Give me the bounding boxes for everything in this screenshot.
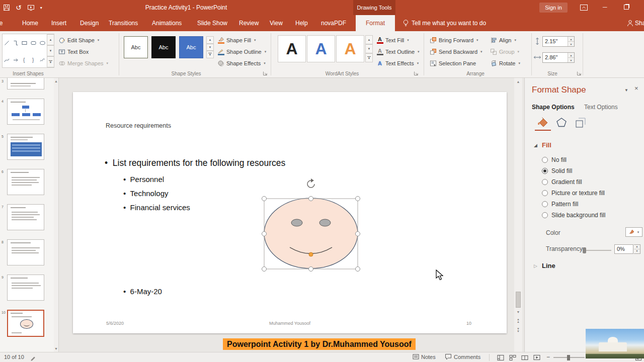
- transparency-slider-track[interactable]: [584, 250, 611, 251]
- minimize-icon[interactable]: ─: [603, 0, 607, 14]
- slide-bullet-sub[interactable]: • Personnel: [123, 175, 164, 184]
- fill-color-button[interactable]: ▾: [625, 227, 642, 237]
- gallery-more-icon[interactable]: ▼: [47, 56, 54, 67]
- tab-slide-show[interactable]: Slide Show: [191, 15, 233, 31]
- tab-file[interactable]: File: [0, 15, 9, 31]
- fill-option-no-fill[interactable]: No fill: [542, 156, 567, 163]
- slide-bullet-sub[interactable]: • Financial services: [123, 203, 190, 212]
- restore-icon[interactable]: [624, 5, 629, 10]
- qat-customize-icon[interactable]: ▾: [40, 6, 42, 10]
- pane-close-icon[interactable]: ×: [634, 84, 638, 92]
- styles-more-icon[interactable]: ▼: [206, 51, 214, 58]
- slide-bullet-main[interactable]: • List requirements for the following re…: [105, 158, 285, 168]
- selection-handle[interactable]: [356, 197, 360, 201]
- tell-me-box[interactable]: Tell me what you want to do: [406, 15, 492, 31]
- next-slide-button[interactable]: ▼▼: [514, 328, 522, 333]
- slide-indicator[interactable]: 10 of 10: [4, 354, 24, 360]
- transparency-value-input[interactable]: 0%: [614, 244, 633, 254]
- comments-button[interactable]: Comments: [445, 353, 480, 360]
- tab-review[interactable]: Review: [233, 15, 265, 31]
- reading-view-icon[interactable]: [521, 354, 528, 361]
- slide-footer-author[interactable]: Muhammed Yousoof: [255, 321, 325, 326]
- fill-option-slide-background-fill[interactable]: Slide background fill: [542, 212, 605, 219]
- selection-handle[interactable]: [356, 267, 360, 272]
- slide-thumbnail-selected[interactable]: [7, 310, 44, 337]
- styles-scroll-up-icon[interactable]: ▲: [206, 36, 214, 44]
- tab-home[interactable]: Home: [16, 15, 44, 31]
- save-icon[interactable]: [3, 4, 10, 11]
- shape-styles-dialog-launcher-icon[interactable]: [263, 71, 268, 76]
- slide-thumbnail[interactable]: [7, 78, 44, 89]
- slide-thumbnail[interactable]: [7, 134, 44, 160]
- stepper-down-icon[interactable]: ▼: [634, 249, 640, 253]
- previous-slide-button[interactable]: ▲▲: [514, 318, 522, 323]
- width-up-icon[interactable]: ▲: [568, 53, 574, 58]
- shape-height-input[interactable]: 2.15" ▲▼: [542, 36, 575, 47]
- start-slideshow-icon[interactable]: [27, 4, 35, 11]
- effects-icon[interactable]: [556, 117, 567, 128]
- scroll-up-icon[interactable]: ▲: [514, 80, 522, 83]
- slide-bullet-date[interactable]: • 6-May-20: [123, 287, 162, 296]
- wordart-preset-1[interactable]: A: [278, 35, 306, 62]
- elbow-connector-icon[interactable]: [13, 40, 19, 46]
- shape-style-preset-3[interactable]: Abc: [179, 36, 203, 58]
- styles-scroll-down-icon[interactable]: ▼: [206, 44, 214, 51]
- shape-effects-button[interactable]: Shape Effects ▾: [217, 59, 266, 68]
- rounded-rectangle-shape-icon[interactable]: [30, 40, 37, 46]
- curve-shape-icon[interactable]: [4, 57, 10, 63]
- line-shape-icon[interactable]: [4, 40, 10, 46]
- slide-footer-date[interactable]: 5/6/2020: [106, 321, 124, 326]
- slide-thumbnail[interactable]: [7, 169, 44, 195]
- slide-bullet-sub[interactable]: • Technology: [123, 189, 168, 198]
- slide-thumbnail[interactable]: [7, 239, 44, 265]
- merge-shapes-button[interactable]: Merge Shapes ▾: [58, 59, 108, 68]
- edit-shape-button[interactable]: Edit Shape ▾: [58, 36, 99, 45]
- tab-view[interactable]: View: [264, 15, 289, 31]
- zoom-slider-thumb[interactable]: [567, 355, 570, 360]
- wordart-scroll-down-icon[interactable]: ▼: [365, 44, 373, 53]
- tab-insert[interactable]: Insert: [45, 15, 72, 31]
- tab-format[interactable]: Format: [356, 15, 395, 31]
- tab-design[interactable]: Design: [74, 15, 105, 31]
- smiley-face[interactable]: [264, 198, 358, 268]
- smiley-shape-selected[interactable]: [254, 177, 365, 276]
- fill-option-gradient-fill[interactable]: Gradient fill: [542, 178, 582, 186]
- slide-sorter-view-icon[interactable]: [509, 354, 516, 361]
- share-button[interactable]: Share: [629, 15, 644, 31]
- normal-view-icon[interactable]: [497, 354, 504, 361]
- height-down-icon[interactable]: ▼: [568, 42, 574, 46]
- send-backward-button[interactable]: Send Backward ▾: [430, 47, 482, 56]
- zoom-out-icon[interactable]: −: [546, 353, 550, 360]
- selection-handle[interactable]: [262, 232, 267, 236]
- ribbon-display-options-icon[interactable]: [580, 4, 588, 11]
- fill-option-pattern-fill[interactable]: Pattern fill: [542, 201, 578, 208]
- slide-thumbnail[interactable]: [7, 275, 44, 301]
- text-outline-button[interactable]: A Text Outline ▾: [376, 47, 420, 56]
- size-properties-icon[interactable]: [575, 117, 586, 128]
- selection-pane-button[interactable]: Selection Pane: [430, 59, 476, 68]
- line-section-expander-icon[interactable]: ▷: [534, 263, 537, 268]
- line-section-header[interactable]: Line: [542, 262, 555, 269]
- notes-button[interactable]: Notes: [413, 353, 436, 360]
- sign-in-button[interactable]: Sign in: [539, 3, 568, 13]
- slide-canvas[interactable]: Resource requirements • List requirement…: [73, 92, 507, 333]
- pen-icon[interactable]: [30, 354, 37, 361]
- scroll-up-icon[interactable]: ▲: [54, 79, 58, 83]
- slide-scrollbar[interactable]: ▲ ▼ ▲▲ ▼▼: [514, 78, 522, 352]
- align-button[interactable]: Align ▾: [490, 36, 516, 45]
- tab-animations[interactable]: Animations: [146, 15, 188, 31]
- tab-novapdf[interactable]: novaPDF: [315, 15, 352, 31]
- text-effects-button[interactable]: A Text Effects ▾: [376, 59, 419, 68]
- slide-footer-number[interactable]: 10: [466, 321, 471, 326]
- group-button[interactable]: Group ▾: [490, 47, 519, 56]
- fill-section-header[interactable]: Fill: [542, 141, 551, 149]
- shape-style-preset-1[interactable]: Abc: [124, 36, 148, 58]
- fill-and-line-icon[interactable]: [537, 117, 549, 128]
- selection-handle[interactable]: [262, 267, 267, 272]
- shape-outline-button[interactable]: Shape Outline ▾: [217, 47, 266, 56]
- transparency-slider-thumb[interactable]: [583, 247, 586, 253]
- slide-thumbnail[interactable]: [7, 99, 44, 125]
- stepper-up-icon[interactable]: ▲: [634, 245, 640, 249]
- wordart-dialog-launcher-icon[interactable]: [414, 71, 419, 76]
- selection-handle[interactable]: [309, 197, 313, 201]
